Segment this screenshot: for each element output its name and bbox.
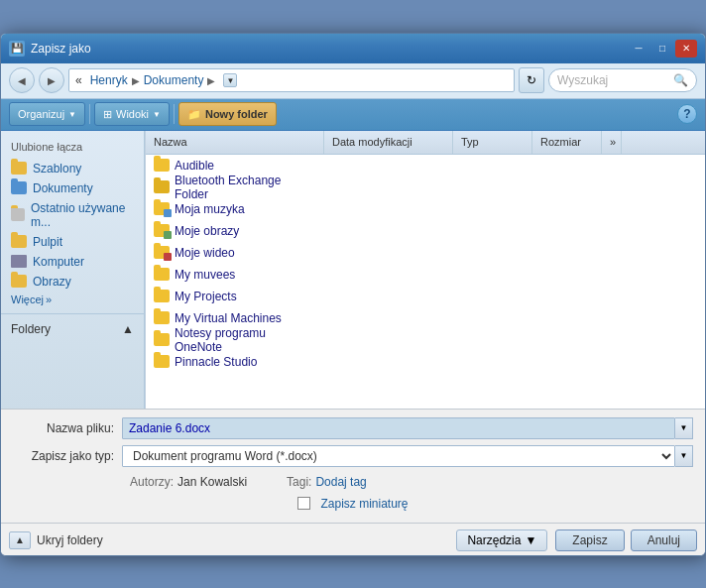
file-name-muzyka: Moja muzyka bbox=[146, 202, 324, 216]
sidebar-item-szablony[interactable]: Szablony bbox=[1, 159, 144, 178]
breadcrumb-dokumenty[interactable]: Dokumenty bbox=[144, 73, 204, 87]
sidebar-item-obrazy[interactable]: Obrazy bbox=[1, 272, 144, 292]
filename-label: Nazwa pliku: bbox=[13, 421, 122, 435]
filetype-dropdown[interactable]: ▼ bbox=[675, 445, 693, 467]
obrazy-icon bbox=[11, 275, 27, 288]
organize-button[interactable]: Organizuj ▼ bbox=[9, 102, 85, 126]
hide-icon: ▲ bbox=[15, 534, 25, 545]
dialog-title: Zapisz jako bbox=[31, 42, 91, 56]
filename-dropdown[interactable]: ▼ bbox=[675, 417, 693, 439]
back-icon: ◀ bbox=[18, 75, 26, 86]
file-name-projects: My Projects bbox=[146, 290, 324, 303]
col-header-type[interactable]: Typ bbox=[453, 131, 532, 154]
tools-button[interactable]: Narzędzia ▼ bbox=[456, 529, 547, 551]
organize-arrow: ▼ bbox=[68, 110, 76, 119]
folder-icon: 📁 bbox=[187, 108, 201, 121]
folder-icon-wideo bbox=[154, 246, 170, 259]
sidebar-item-dokumenty[interactable]: Dokumenty bbox=[1, 178, 144, 198]
new-folder-button[interactable]: 📁 Nowy folder bbox=[178, 102, 277, 126]
refresh-button[interactable]: ↻ bbox=[519, 67, 544, 93]
sidebar: Ulubione łącza Szablony Dokumenty Ostatn… bbox=[1, 131, 145, 409]
tools-arrow: ▼ bbox=[525, 533, 536, 547]
sidebar-item-ostatnio[interactable]: Ostatnio używane m... bbox=[1, 198, 144, 232]
col-header-more[interactable]: » bbox=[602, 131, 622, 154]
authors-value: Jan Kowalski bbox=[177, 475, 247, 489]
file-item-obrazy[interactable]: Moje obrazy bbox=[146, 220, 705, 242]
folder-icon-muvees bbox=[154, 268, 170, 281]
maximize-button[interactable]: □ bbox=[651, 40, 673, 58]
folder-icon-blue bbox=[11, 181, 27, 194]
tags-label: Tagi: bbox=[287, 475, 311, 489]
folder-icon-pinnacle bbox=[154, 355, 170, 368]
file-item-projects[interactable]: My Projects bbox=[146, 286, 705, 307]
file-name-bluetooth: Bluetooth Exchange Folder bbox=[146, 174, 324, 201]
col-header-date[interactable]: Data modyfikacji bbox=[324, 131, 453, 154]
folder-icon-onenote bbox=[154, 333, 170, 346]
folder-icon-bluetooth bbox=[154, 180, 170, 193]
cancel-button[interactable]: Anuluj bbox=[631, 529, 697, 551]
breadcrumb-root: « bbox=[75, 73, 82, 87]
file-item-muzyka[interactable]: Moja muzyka bbox=[146, 198, 705, 220]
col-size-label: Rozmiar bbox=[540, 136, 581, 148]
breadcrumb-arrow2: ▶ bbox=[207, 75, 215, 86]
folder-icon-projects bbox=[154, 290, 170, 302]
back-button[interactable]: ◀ bbox=[9, 67, 35, 93]
views-arrow: ▼ bbox=[153, 110, 161, 119]
sidebar-label-ostatnio: Ostatnio używane m... bbox=[31, 201, 134, 229]
col-header-size[interactable]: Rozmiar bbox=[532, 131, 602, 154]
filename-input[interactable] bbox=[122, 417, 675, 439]
search-placeholder-text: Wyszukaj bbox=[557, 73, 669, 87]
help-button[interactable]: ? bbox=[677, 104, 697, 124]
views-icon: ⊞ bbox=[103, 108, 112, 121]
sidebar-foldery[interactable]: Foldery ▲ bbox=[1, 318, 144, 340]
sidebar-item-pulpit[interactable]: Pulpit bbox=[1, 232, 144, 252]
bottom-section: Nazwa pliku: ▼ Zapisz jako typ: Dokument… bbox=[1, 409, 705, 523]
miniature-checkbox[interactable] bbox=[297, 497, 310, 510]
breadcrumb-henryk[interactable]: Henryk bbox=[90, 73, 128, 87]
breadcrumb-dropdown[interactable]: ▼ bbox=[223, 73, 237, 87]
search-bar[interactable]: Wyszukaj 🔍 bbox=[548, 68, 697, 92]
tags-link[interactable]: Dodaj tag bbox=[315, 475, 366, 489]
file-item-onenote[interactable]: Notesy programu OneNote bbox=[146, 329, 705, 351]
folder-badge-muzyka bbox=[164, 209, 172, 217]
filetype-select[interactable]: Dokument programu Word (*.docx) bbox=[122, 445, 675, 467]
new-folder-label: Nowy folder bbox=[205, 108, 268, 120]
sidebar-item-komputer[interactable]: Komputer bbox=[1, 252, 144, 272]
miniature-label[interactable]: Zapisz miniaturę bbox=[320, 497, 408, 511]
folder-icon-muzyka bbox=[154, 202, 170, 215]
hide-folders-label: Ukryj foldery bbox=[37, 533, 103, 547]
tools-label: Narzędzia bbox=[467, 533, 521, 547]
folder-icon-audible bbox=[154, 159, 170, 172]
folder-icon-vmachines bbox=[154, 311, 170, 324]
sidebar-more[interactable]: Więcej » bbox=[1, 292, 144, 307]
col-name-label: Nazwa bbox=[154, 136, 187, 148]
save-dialog: 💾 Zapisz jako ─ □ ✕ ◀ ▶ « Henryk ▶ Dokum… bbox=[0, 33, 706, 556]
file-list-header: Nazwa Data modyfikacji Typ Rozmiar » bbox=[146, 131, 705, 155]
foldery-arrow: ▲ bbox=[122, 322, 134, 336]
col-header-name[interactable]: Nazwa bbox=[146, 131, 324, 154]
file-item-muvees[interactable]: My muvees bbox=[146, 264, 705, 286]
button-bar: ▲ Ukryj foldery Narzędzia ▼ Zapisz Anulu… bbox=[1, 523, 705, 555]
views-button[interactable]: ⊞ Widoki ▼ bbox=[94, 102, 170, 126]
close-button[interactable]: ✕ bbox=[675, 40, 697, 58]
file-name-obrazy: Moje obrazy bbox=[146, 224, 324, 238]
file-item-bluetooth[interactable]: Bluetooth Exchange Folder bbox=[146, 176, 705, 198]
forward-button[interactable]: ▶ bbox=[39, 67, 64, 93]
more-icon: » bbox=[46, 294, 52, 305]
save-button[interactable]: Zapisz bbox=[555, 529, 624, 551]
file-name-audible: Audible bbox=[146, 159, 324, 173]
sidebar-label-komputer: Komputer bbox=[33, 255, 84, 269]
file-list: Nazwa Data modyfikacji Typ Rozmiar » Aud… bbox=[145, 131, 705, 409]
sidebar-label-dokumenty: Dokumenty bbox=[33, 181, 93, 195]
breadcrumb-bar[interactable]: « Henryk ▶ Dokumenty ▶ ▼ bbox=[68, 68, 515, 92]
hide-folders-area[interactable]: ▲ Ukryj foldery bbox=[9, 531, 103, 549]
col-type-label: Typ bbox=[461, 136, 479, 148]
minimize-button[interactable]: ─ bbox=[628, 40, 649, 58]
file-name-wideo: Moje wideo bbox=[146, 246, 324, 260]
file-name-vmachines: My Virtual Machines bbox=[146, 311, 324, 325]
recent-icon bbox=[11, 208, 25, 221]
file-item-pinnacle[interactable]: Pinnacle Studio bbox=[146, 351, 705, 373]
folder-icon-obrazy bbox=[154, 224, 170, 237]
file-item-wideo[interactable]: Moje wideo bbox=[146, 242, 705, 264]
sidebar-section-title: Ulubione łącza bbox=[1, 139, 144, 159]
